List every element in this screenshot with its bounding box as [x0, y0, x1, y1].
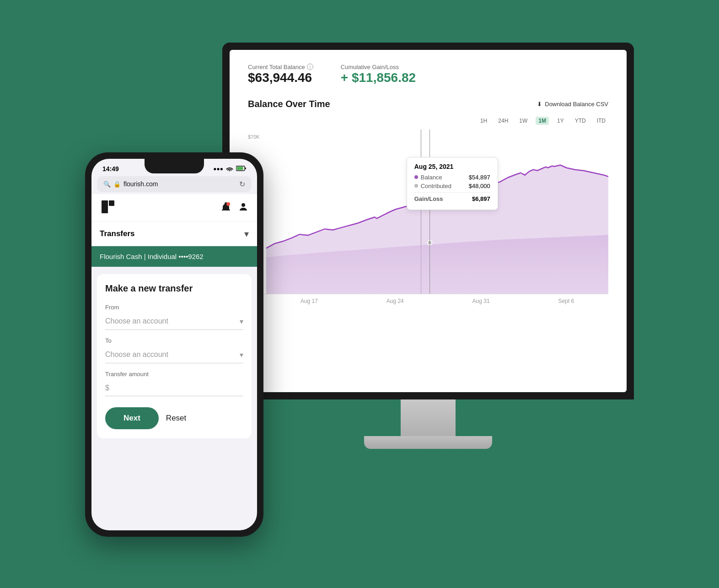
gain-loss-value: + $11,856.82: [341, 70, 416, 85]
browser-url: 🔍 🔒 flourish.com: [103, 180, 158, 188]
phone-notch: [145, 159, 204, 173]
svg-rect-4: [237, 167, 243, 170]
header-icons: [220, 201, 249, 214]
tooltip-balance-row: Balance $54,897: [414, 174, 490, 181]
transfers-label: Transfers: [100, 229, 135, 238]
monitor-stand-base: [364, 436, 492, 449]
filter-ytd[interactable]: YTD: [572, 117, 589, 125]
browser-bar[interactable]: 🔍 🔒 flourish.com ↻: [97, 176, 252, 192]
flourish-logo: [100, 199, 116, 217]
amount-input-wrapper[interactable]: $: [105, 380, 243, 396]
amount-label: Transfer amount: [105, 371, 243, 378]
chart-title: Balance Over Time: [248, 99, 330, 109]
from-select[interactable]: Choose an account ▾: [105, 313, 243, 330]
reset-button[interactable]: Reset: [166, 414, 186, 423]
chart-area: $70K $60K: [248, 129, 608, 294]
from-placeholder: Choose an account: [105, 317, 168, 325]
balance-dot: [414, 175, 418, 179]
from-field: From Choose an account ▾: [105, 304, 243, 330]
form-title: Make a new transfer: [105, 283, 243, 294]
contributed-dot: [414, 184, 418, 188]
svg-rect-8: [109, 200, 114, 206]
desktop-monitor: Current Total Balance i $63,944.46 Cumul…: [222, 43, 634, 454]
total-balance-section: Current Total Balance i $63,944.46: [248, 64, 313, 85]
time-filter-bar: 1H 24H 1W 1M 1Y YTD ITD: [248, 117, 608, 125]
info-icon[interactable]: i: [307, 64, 313, 70]
bell-button[interactable]: [220, 201, 231, 214]
chart-tooltip: Aug 25, 2021 Balance $54,897 Contrib: [407, 157, 498, 210]
filter-24h[interactable]: 24H: [495, 117, 511, 125]
url-text: flourish.com: [123, 180, 158, 188]
tooltip-gainloss-row: Gain/Loss $6,897: [414, 195, 490, 202]
gain-loss-label: Cumulative Gain/Loss: [341, 64, 416, 70]
to-field: To Choose an account ▾: [105, 337, 243, 363]
filter-1m[interactable]: 1M: [536, 117, 549, 125]
to-chevron: ▾: [240, 351, 243, 359]
chart-header: Balance Over Time ⬇ Download Balance CSV: [248, 99, 608, 109]
gain-loss-section: Cumulative Gain/Loss + $11,856.82: [341, 64, 416, 85]
tooltip-date: Aug 25, 2021: [414, 163, 490, 170]
filter-1h[interactable]: 1H: [478, 117, 490, 125]
filter-1y[interactable]: 1Y: [554, 117, 567, 125]
svg-point-10: [241, 203, 245, 207]
mobile-phone: 14:49 ●●● 🔍 🔒 flourish.com: [85, 152, 263, 537]
x-label-aug24: Aug 24: [386, 298, 404, 304]
wifi-icon: [226, 165, 233, 173]
battery-icon: [236, 165, 246, 173]
svg-rect-7: [102, 200, 108, 213]
to-placeholder: Choose an account: [105, 351, 168, 359]
transfer-form: Make a new transfer From Choose an accou…: [97, 274, 252, 438]
dollar-sign: $: [105, 384, 109, 392]
balance-header: Current Total Balance i $63,944.46 Cumul…: [248, 64, 608, 85]
x-label-sept6: Sept 6: [558, 298, 574, 304]
status-time: 14:49: [102, 165, 119, 173]
y-label-70k: $70K: [248, 134, 260, 140]
to-label: To: [105, 337, 243, 344]
chart-svg: [266, 129, 608, 294]
app-header: [91, 194, 257, 221]
account-tab[interactable]: Flourish Cash | Individual ••••9262: [91, 246, 257, 267]
x-label-aug17: Aug 17: [300, 298, 318, 304]
chart-x-axis: Aug 17 Aug 24 Aug 31 Sept 6: [248, 298, 608, 304]
tooltip-contributed-row: Contributed $48,000: [414, 183, 490, 189]
x-label-aug31: Aug 31: [472, 298, 490, 304]
refresh-icon[interactable]: ↻: [239, 180, 245, 189]
next-button[interactable]: Next: [105, 407, 159, 429]
transfers-chevron: ▾: [244, 228, 249, 239]
status-icons: ●●●: [213, 165, 246, 173]
download-icon: ⬇: [537, 101, 542, 108]
search-icon: 🔍: [103, 181, 111, 188]
from-label: From: [105, 304, 243, 311]
profile-button[interactable]: [238, 201, 249, 214]
to-select[interactable]: Choose an account ▾: [105, 347, 243, 363]
svg-point-9: [226, 202, 230, 206]
filter-itd[interactable]: ITD: [594, 117, 608, 125]
from-chevron: ▾: [240, 317, 243, 326]
amount-input[interactable]: [111, 384, 243, 392]
svg-rect-5: [245, 167, 246, 169]
account-tab-text: Flourish Cash | Individual ••••9262: [100, 253, 204, 260]
amount-field: Transfer amount $: [105, 371, 243, 396]
form-buttons: Next Reset: [105, 407, 243, 429]
download-button[interactable]: ⬇ Download Balance CSV: [537, 101, 608, 108]
total-balance-label: Current Total Balance i: [248, 64, 313, 70]
transfers-row[interactable]: Transfers ▾: [91, 221, 257, 246]
monitor-stand-neck: [401, 399, 456, 436]
lock-icon: 🔒: [113, 181, 121, 188]
signal-icon: ●●●: [213, 166, 223, 172]
total-balance-value: $63,944.46: [248, 70, 313, 85]
filter-1w[interactable]: 1W: [516, 117, 530, 125]
